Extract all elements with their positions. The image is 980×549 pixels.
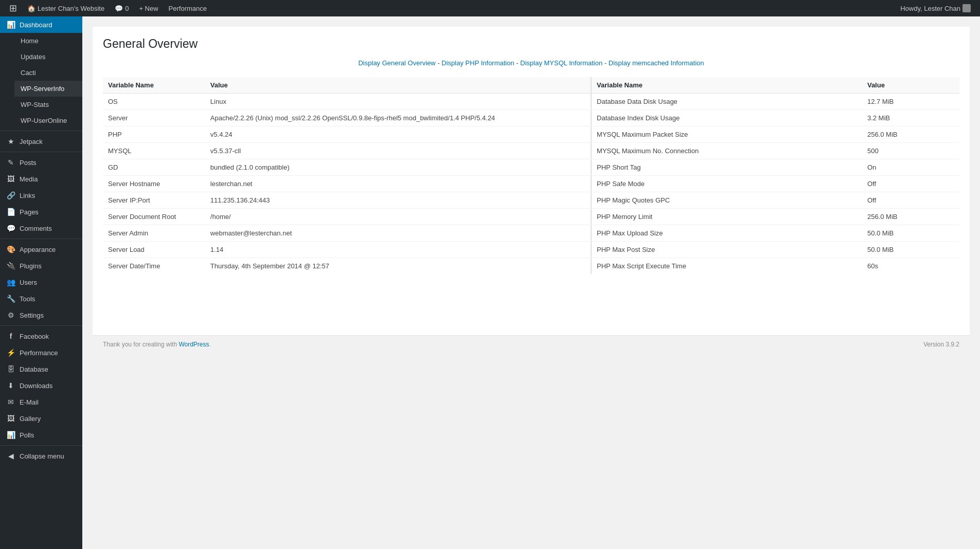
var-cell: Server IP:Port [103,192,205,209]
sidebar-item-gallery[interactable]: 🖼 Gallery [0,410,82,427]
sidebar-item-tools[interactable]: 🔧 Tools [0,290,82,307]
wordpress-link[interactable]: WordPress [179,341,209,348]
overview-links: Display General Overview - Display PHP I… [103,59,959,67]
val-cell: Thursday, 4th September 2014 @ 12:57 [205,258,591,274]
right-table-val-header: Value [862,77,959,94]
table-row: GDbundled (2.1.0 compatible) [103,159,591,176]
jetpack-icon: ★ [6,137,15,145]
sidebar-item-performance[interactable]: ⚡ Performance [0,344,82,361]
link-general-overview[interactable]: Display General Overview [358,59,435,67]
site-name-button[interactable]: 🏠 Lester Chan's Website [22,0,110,16]
sidebar-item-plugins[interactable]: 🔌 Plugins [0,258,82,274]
val-cell: /home/ [205,209,591,225]
downloads-icon: ⬇ [6,381,15,390]
users-icon: 👥 [6,278,15,286]
sidebar-email-label: E-Mail [20,398,39,406]
sidebar-sub-cacti[interactable]: Cacti [0,65,82,81]
tools-icon: 🔧 [6,295,15,303]
left-table-var-header: Variable Name [103,77,205,94]
adminbar-performance-button[interactable]: Performance [164,0,212,16]
howdy-button[interactable]: Howdy, Lester Chan [895,0,976,16]
var-cell: PHP [103,126,205,143]
media-icon: 🖼 [6,175,15,183]
sidebar-item-links[interactable]: 🔗 Links [0,187,82,204]
table-row: Server Hostnamelesterchan.net [103,176,591,192]
val-cell: 256.0 MiB [862,209,959,225]
var-cell: OS [103,94,205,110]
sidebar-posts-label: Posts [20,159,37,167]
new-content-button[interactable]: + New [134,0,163,16]
var-cell: PHP Memory Limit [592,209,862,225]
database-icon: 🗄 [6,365,15,373]
sidebar-sub-wp-useronline[interactable]: WP-UserOnline [0,113,82,129]
table-row: MYSQLv5.5.37-cll [103,143,591,159]
var-cell: PHP Short Tag [592,159,862,176]
comment-button[interactable]: 💬 0 [110,0,134,16]
link-mysql-info[interactable]: Display MYSQL Information [520,59,602,67]
sidebar-item-database[interactable]: 🗄 Database [0,361,82,377]
sidebar-sub-updates[interactable]: Updates [0,49,82,65]
sep3: - [604,59,609,67]
left-table: Variable Name Value OSLinuxServerApache/… [103,77,591,274]
table-row: PHP Max Upload Size50.0 MiB [592,225,959,242]
val-cell: webmaster@lesterchan.net [205,225,591,242]
pages-icon: 📄 [6,208,15,216]
table-row: Server IP:Port111.235.136.24:443 [103,192,591,209]
wp-logo-button[interactable]: ⊞ [4,0,22,16]
email-icon: ✉ [6,398,15,406]
sidebar-item-polls[interactable]: 📊 Polls [0,427,82,443]
link-php-info[interactable]: Display PHP Information [441,59,514,67]
site-home-icon: 🏠 [27,5,35,12]
table-row: PHP Magic Quotes GPCOff [592,192,959,209]
link-memcached-info[interactable]: Display memcached Information [609,59,704,67]
val-cell: Off [862,192,959,209]
sidebar-sub-wp-stats[interactable]: WP-Stats [0,97,82,113]
var-cell: Server Document Root [103,209,205,225]
var-cell: MYSQL Maximum No. Connection [592,143,862,159]
sidebar-dashboard-label: Dashboard [20,21,52,29]
sidebar-gallery-label: Gallery [20,415,41,423]
sidebar-sub-home[interactable]: Home [0,33,82,49]
sidebar-item-users[interactable]: 👥 Users [0,274,82,290]
table-row: Database Index Disk Usage3.2 MiB [592,110,959,126]
table-row: ServerApache/2.2.26 (Unix) mod_ssl/2.2.2… [103,110,591,126]
sidebar-item-downloads[interactable]: ⬇ Downloads [0,377,82,394]
footer-version: Version 3.9.2 [923,341,959,348]
sidebar-item-posts[interactable]: ✎ Posts [0,154,82,171]
sidebar-plugins-label: Plugins [20,262,42,270]
val-cell: Apache/2.2.26 (Unix) mod_ssl/2.2.26 Open… [205,110,591,126]
sidebar-item-collapse[interactable]: ◀ Collapse menu [0,448,82,464]
sidebar-item-pages[interactable]: 📄 Pages [0,204,82,220]
sidebar-sub-wp-serverinfo[interactable]: WP-ServerInfo [0,81,82,97]
polls-icon: 📊 [6,431,15,439]
sidebar-appearance-label: Appearance [20,246,56,253]
var-cell: GD [103,159,205,176]
sidebar-item-dashboard[interactable]: 📊 Dashboard [0,16,82,33]
val-cell: Linux [205,94,591,110]
table-row: OSLinux [103,94,591,110]
sidebar-item-email[interactable]: ✉ E-Mail [0,394,82,410]
var-cell: PHP Max Upload Size [592,225,862,242]
sidebar-item-jetpack[interactable]: ★ Jetpack [0,133,82,150]
table-row: PHPv5.4.24 [103,126,591,143]
var-cell: Database Index Disk Usage [592,110,862,126]
new-label: + New [139,5,158,12]
sidebar-item-appearance[interactable]: 🎨 Appearance [0,241,82,258]
table-row: Server Document Root/home/ [103,209,591,225]
sidebar-item-media[interactable]: 🖼 Media [0,171,82,187]
val-cell: 500 [862,143,959,159]
var-cell: PHP Magic Quotes GPC [592,192,862,209]
menu-separator-4 [0,325,82,326]
sidebar-item-facebook[interactable]: f Facebook [0,328,82,344]
wp-logo-icon: ⊞ [9,3,17,14]
val-cell: v5.5.37-cll [205,143,591,159]
sidebar-item-settings[interactable]: ⚙ Settings [0,307,82,323]
menu-separator-2 [0,152,82,152]
table-row: Server Load1.14 [103,242,591,258]
sidebar-item-comments[interactable]: 💬 Comments [0,220,82,236]
settings-icon: ⚙ [6,311,15,319]
admin-bar: ⊞ 🏠 Lester Chan's Website 💬 0 + New Perf… [0,0,980,16]
sidebar-links-label: Links [20,192,35,199]
var-cell: Database Data Disk Usage [592,94,862,110]
table-row: PHP Short TagOn [592,159,959,176]
